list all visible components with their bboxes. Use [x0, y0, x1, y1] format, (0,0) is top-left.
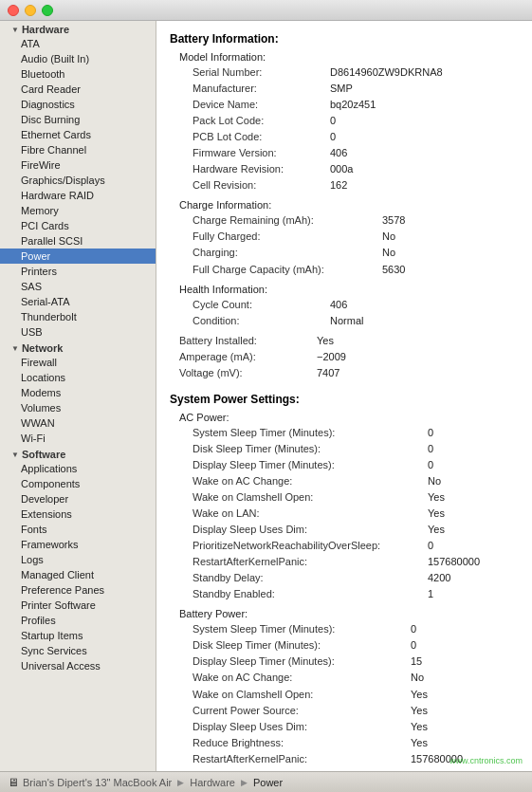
sidebar-item-managed-client[interactable]: Managed Client	[0, 567, 156, 582]
sidebar-item-preference-panes[interactable]: Preference Panes	[0, 582, 156, 598]
info-value: Yes	[411, 719, 428, 735]
sidebar-item-locations[interactable]: Locations	[0, 370, 156, 385]
sidebar-item-wwan[interactable]: WWAN	[0, 415, 156, 431]
sidebar-item-card-reader[interactable]: Card Reader	[0, 82, 156, 97]
info-label: Wake on AC Change:	[193, 670, 411, 686]
sidebar-item-parallel-scsi[interactable]: Parallel SCSI	[0, 233, 156, 249]
info-table: Cycle Count:406Condition:Normal	[193, 297, 519, 329]
sidebar-section-network[interactable]: ▼Network	[0, 340, 156, 355]
info-row: Standby Enabled:1	[193, 586, 519, 602]
info-value: No	[411, 670, 424, 686]
info-value: 4200	[428, 570, 450, 586]
info-row: Serial Number:D8614960ZW9DKRNA8	[193, 64, 519, 81]
info-label: Battery Installed:	[179, 333, 317, 349]
sidebar-item-frameworks[interactable]: Frameworks	[0, 537, 156, 552]
info-value: 0	[411, 621, 416, 637]
info-value: No	[382, 229, 395, 245]
minimize-button[interactable]	[25, 5, 36, 16]
breadcrumb-separator: ▶	[177, 778, 184, 787]
info-row: Reduce Brightness:Yes	[193, 735, 519, 751]
info-table: System Sleep Timer (Minutes):0Disk Sleep…	[193, 425, 519, 603]
info-label: Current Power Source:	[193, 703, 411, 719]
sidebar-item-thunderbolt[interactable]: Thunderbolt	[0, 309, 156, 324]
sidebar-item-hardware-raid[interactable]: Hardware RAID	[0, 188, 156, 203]
sidebar-item-printers[interactable]: Printers	[0, 264, 156, 279]
info-row: Manufacturer:SMP	[193, 81, 519, 97]
section-title: System Power Settings:	[170, 393, 519, 406]
sidebar-item-universal-access[interactable]: Universal Access	[0, 658, 156, 673]
info-value: 0	[428, 457, 433, 473]
sidebar-item-fibre-channel[interactable]: Fibre Channel	[0, 142, 156, 157]
info-label: Disk Sleep Timer (Minutes):	[193, 441, 428, 457]
sidebar-item-components[interactable]: Components	[0, 476, 156, 491]
sidebar-item-audio[interactable]: Audio (Built In)	[0, 51, 156, 66]
sidebar-item-extensions[interactable]: Extensions	[0, 507, 156, 522]
breadcrumb-item: Power	[253, 777, 283, 788]
sidebar-item-sync-services[interactable]: Sync Services	[0, 643, 156, 658]
info-value: Yes	[317, 333, 334, 349]
info-row: Amperage (mA):−2009	[179, 349, 519, 365]
info-table: System Sleep Timer (Minutes):0Disk Sleep…	[193, 621, 519, 771]
info-value: Yes	[411, 703, 428, 719]
sidebar-item-startup-items[interactable]: Startup Items	[0, 628, 156, 643]
maximize-button[interactable]	[42, 5, 53, 16]
info-value: 1	[428, 586, 433, 602]
sidebar-section-hardware[interactable]: ▼Hardware	[0, 21, 156, 36]
info-value: 0	[428, 441, 433, 457]
sidebar-item-graphics-displays[interactable]: Graphics/Displays	[0, 173, 156, 188]
info-value: No	[382, 245, 395, 261]
sidebar-item-applications[interactable]: Applications	[0, 461, 156, 476]
info-row: Wake on Clamshell Open:Yes	[193, 687, 519, 703]
info-value: 3578	[382, 212, 405, 229]
sidebar-item-ata[interactable]: ATA	[0, 36, 156, 51]
sidebar-item-memory[interactable]: Memory	[0, 203, 156, 218]
sidebar-item-sas[interactable]: SAS	[0, 279, 156, 294]
sidebar-item-firewire[interactable]: FireWire	[0, 157, 156, 173]
sidebar-item-power[interactable]: Power	[0, 249, 156, 264]
info-row: RestartAfterKernelPanic:157680000	[193, 554, 519, 570]
sidebar-item-pci-cards[interactable]: PCI Cards	[0, 218, 156, 233]
close-button[interactable]	[8, 5, 19, 16]
sidebar-item-printer-software[interactable]: Printer Software	[0, 598, 156, 613]
info-label: Standby Delay:	[193, 767, 411, 771]
info-value: SMP	[330, 81, 353, 97]
sidebar-item-wi-fi[interactable]: Wi-Fi	[0, 431, 156, 446]
sidebar-item-serial-ata[interactable]: Serial-ATA	[0, 294, 156, 309]
info-label: Amperage (mA):	[179, 349, 317, 365]
info-row: Full Charge Capacity (mAh):5630	[193, 262, 519, 278]
sidebar-item-developer[interactable]: Developer	[0, 491, 156, 507]
sidebar-item-diagnostics[interactable]: Diagnostics	[0, 97, 156, 112]
info-label: Condition:	[193, 313, 330, 329]
info-label: System Sleep Timer (Minutes):	[193, 621, 411, 637]
info-row: Display Sleep Timer (Minutes):15	[193, 654, 519, 670]
sidebar-item-modems[interactable]: Modems	[0, 385, 156, 400]
sidebar-section-software[interactable]: ▼Software	[0, 446, 156, 461]
info-label: Cell Revision:	[193, 177, 330, 193]
info-value: 162	[330, 177, 347, 193]
sidebar-item-usb[interactable]: USB	[0, 324, 156, 340]
sidebar-item-volumes[interactable]: Volumes	[0, 400, 156, 415]
info-row: System Sleep Timer (Minutes):0	[193, 621, 519, 637]
info-row: Battery Installed:Yes	[179, 333, 519, 349]
info-label: Display Sleep Timer (Minutes):	[193, 654, 411, 670]
info-value: 4200	[411, 767, 433, 771]
sidebar-item-profiles[interactable]: Profiles	[0, 613, 156, 628]
breadcrumb-item[interactable]: Hardware	[190, 777, 235, 788]
sidebar-item-fonts[interactable]: Fonts	[0, 522, 156, 537]
sidebar-item-firewall[interactable]: Firewall	[0, 355, 156, 370]
info-label: Serial Number:	[193, 64, 330, 81]
info-value: Yes	[428, 506, 445, 522]
sidebar-item-ethernet-cards[interactable]: Ethernet Cards	[0, 127, 156, 142]
computer-icon: 🖥	[8, 776, 19, 789]
sidebar-item-disc-burning[interactable]: Disc Burning	[0, 112, 156, 127]
info-row: System Sleep Timer (Minutes):0	[193, 425, 519, 441]
breadcrumb-item[interactable]: Brian's Dipert's 13" MacBook Air	[23, 777, 172, 788]
sidebar-item-logs[interactable]: Logs	[0, 552, 156, 567]
info-label: Display Sleep Uses Dim:	[193, 522, 428, 538]
info-value: bq20z451	[330, 97, 376, 113]
section-title: Battery Information:	[170, 32, 519, 46]
sidebar-item-bluetooth[interactable]: Bluetooth	[0, 66, 156, 82]
triangle-icon: ▼	[11, 26, 19, 34]
info-label: Wake on Clamshell Open:	[193, 489, 428, 506]
info-value: 000a	[330, 161, 353, 177]
